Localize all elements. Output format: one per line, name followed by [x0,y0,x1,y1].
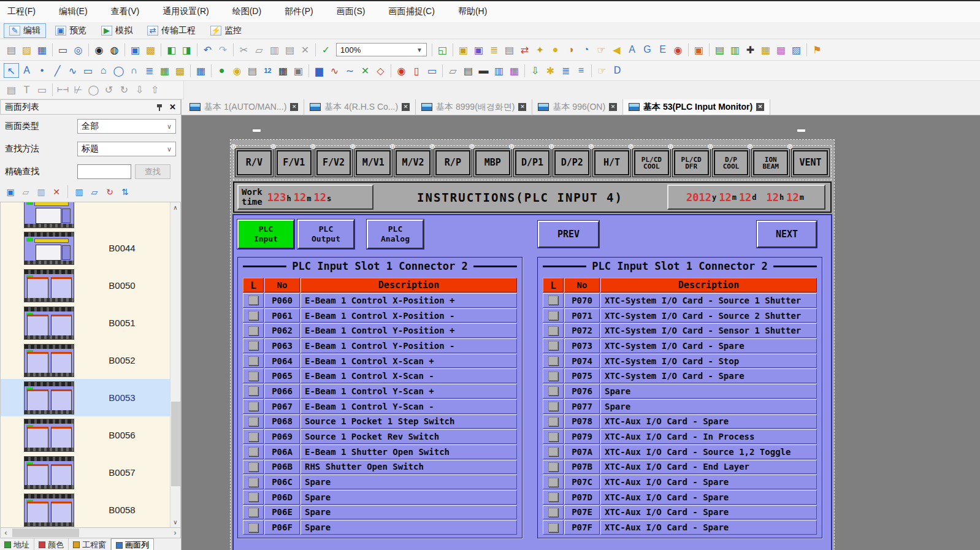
hand-part-icon[interactable]: ☞ [594,63,610,78]
selection-handle[interactable] [253,129,261,132]
hmi-nav-button[interactable]: M/V2 [396,150,431,175]
plc-mode-button[interactable]: PLCInput [237,220,294,249]
text-tool-icon[interactable]: A [19,63,34,78]
select-tool-icon[interactable]: ↖ [4,63,19,78]
lamp-indicator[interactable] [548,356,558,365]
print-icon[interactable]: ▭ [55,42,71,57]
hmi-nav-button[interactable]: F/V2 [316,150,351,175]
ellipse-tool-icon[interactable]: ◯ [111,63,126,78]
pin-icon[interactable] [156,104,163,111]
global-settings-1-icon[interactable]: G [640,42,655,57]
pin-part-icon[interactable]: ✚ [743,42,758,57]
hmi-nav-button[interactable]: MBP [475,150,510,175]
hmi-nav-button[interactable]: D/P1 [515,150,550,175]
bar-graph-part-icon[interactable]: ▆ [312,63,327,78]
menu-item[interactable]: 编辑(E) [59,6,88,17]
recipe-icon[interactable]: ◑ [563,42,578,57]
movie-part-icon[interactable]: ▦ [758,42,773,57]
screen-list-item[interactable]: B0050 [1,267,170,304]
mode-button-simulate[interactable]: ▶模拟 [96,23,138,38]
menu-item[interactable]: 通用设置(R) [163,6,209,17]
lamp-indicator[interactable] [248,402,258,411]
error-check-icon[interactable]: ✓ [318,42,334,57]
menu-item[interactable]: 画面(S) [337,6,366,17]
keypad-part-icon[interactable]: ▦ [275,63,291,78]
scroll-thumb[interactable] [171,402,180,487]
window-screen-icon[interactable]: ▣ [691,42,706,57]
film-part-icon[interactable]: ▤ [461,63,476,78]
scroll-thumb[interactable] [12,529,79,537]
document-tab[interactable]: 基本 53(PLC Input Monitor)✕ [623,99,770,115]
arc-tool-icon[interactable]: ∩ [126,63,142,78]
lamp-indicator[interactable] [548,402,558,411]
hmi-nav-button[interactable]: H/T [594,150,629,175]
lamp-indicator[interactable] [548,296,558,305]
keypad-call-part-icon[interactable]: ▣ [291,63,306,78]
hmi-nav-button[interactable]: VENT [793,150,828,175]
next-button[interactable]: NEXT [757,221,817,248]
lamp-indicator[interactable] [248,478,258,487]
lamp-indicator[interactable] [548,523,558,532]
window-part-icon[interactable]: ▱ [445,63,461,78]
table-part-icon[interactable]: ▦ [193,63,209,78]
hmi-screen[interactable]: ⊕R/V⊕F/V1⊕F/V2⊕M/V1⊕M/V2⊕R/P⊕MBP⊕D/P1⊕D/… [231,140,834,550]
timer-down-icon[interactable]: ↻ [117,83,132,97]
refresh-list-icon[interactable]: ↻ [103,186,117,198]
close-icon[interactable]: ✕ [756,103,764,111]
clock-settings-icon[interactable]: ◔ [578,42,594,57]
parts-placement-icon[interactable]: ▤ [712,42,727,57]
close-icon[interactable]: ✕ [609,103,617,111]
lamp-indicator[interactable] [548,478,558,487]
script-check-icon[interactable]: ▥ [727,42,743,57]
datetime-box[interactable]: 2012y12m12d12h12m [667,185,825,210]
menu-item[interactable]: 画面捕捉(C) [388,6,434,17]
touch-settings-icon[interactable]: ☞ [594,42,609,57]
cascade-screens-icon[interactable]: ▱ [88,186,101,198]
paste-special-icon[interactable]: ▤ [282,42,297,57]
hmi-nav-button[interactable]: PL/CDCOOL [634,150,669,175]
delete-icon[interactable]: ✕ [297,42,313,57]
prev-screen-icon[interactable]: ◧ [164,42,179,57]
menu-item[interactable]: 部件(P) [285,6,313,17]
duplicate-screen-icon[interactable]: ▩ [143,42,158,57]
lamp-indicator[interactable] [548,492,558,502]
flag-tool-icon[interactable]: ⚑ [810,42,825,57]
menu-item[interactable]: 工程(F) [7,6,36,17]
screen-list-item[interactable]: B0057 [1,454,170,491]
project-convert-icon[interactable]: ⇄ [517,42,532,57]
cut-icon[interactable]: ✂ [236,42,251,57]
document-tab[interactable]: 基本 8999(배경화면)✕ [416,99,532,115]
screen-list-item[interactable]: B0051 [1,304,170,342]
screen-list-item[interactable]: B0058 [1,491,170,527]
edit-canvas[interactable]: ⊕R/V⊕F/V1⊕F/V2⊕M/V1⊕M/V2⊕R/P⊕MBP⊕D/P1⊕D/… [182,115,980,550]
meter-graph-part-icon[interactable]: ◇ [373,63,388,78]
lamp-indicator[interactable] [248,508,258,517]
dot-tool-icon[interactable]: • [34,63,50,78]
d-script-part-icon[interactable]: D [610,63,625,78]
address-settings-icon[interactable]: ▣ [456,42,471,57]
screen-capture-1-icon[interactable]: ◉ [91,42,107,57]
ladder-tag-icon[interactable]: ▭ [34,83,50,97]
hmi-nav-button[interactable]: R/V [237,150,272,175]
lamp-indicator[interactable] [248,341,258,350]
hmi-nav-button[interactable]: D/P2 [554,150,589,175]
mode-button-transfer-project[interactable]: ⇄传输工程 [142,23,201,38]
copy-icon[interactable]: ▱ [251,42,267,57]
lamp-indicator[interactable] [548,417,558,426]
search-method-select[interactable]: 标题 ∨ [77,142,176,156]
polyline-tool-icon[interactable]: ∿ [65,63,80,78]
xy-graph-part-icon[interactable]: ✕ [358,63,373,78]
data-display-part-icon[interactable]: ▤ [245,63,260,78]
ladder-block-icon[interactable]: T [19,83,34,97]
transfer-screen-icon[interactable]: ⇅ [118,186,132,198]
lamp-indicator[interactable] [248,356,258,365]
close-icon[interactable]: ✕ [290,103,298,111]
scroll-down-icon[interactable]: ∨ [170,517,181,527]
close-icon[interactable]: ✕ [169,102,176,112]
prev-button[interactable]: PREV [538,221,599,248]
scroll-up-icon[interactable]: ∧ [170,202,181,213]
lamp-indicator[interactable] [248,462,258,472]
hmi-nav-button[interactable]: F/V1 [277,150,312,175]
lamp-indicator[interactable] [248,311,258,320]
coil-icon[interactable]: ◯ [86,83,101,97]
